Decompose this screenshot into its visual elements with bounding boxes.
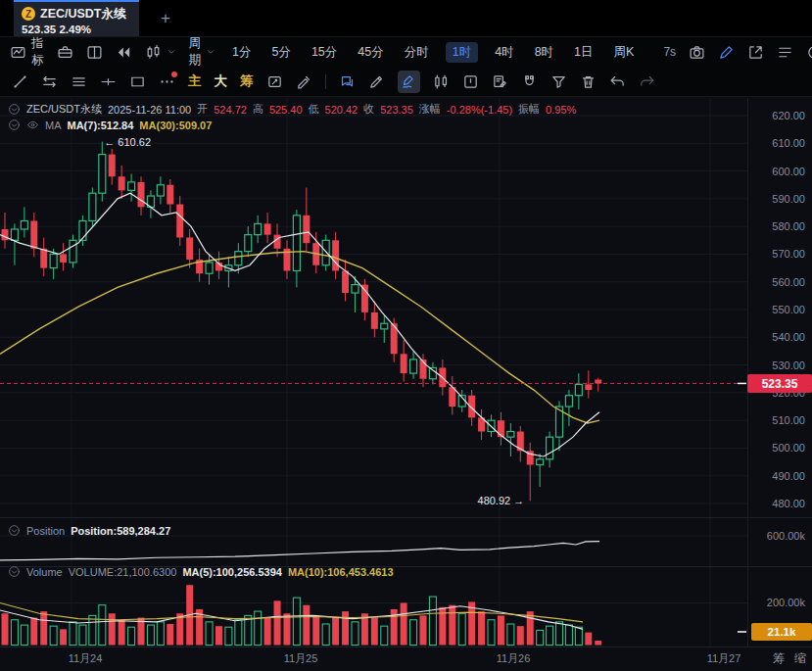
tab-price-change: 523.35 2.49% <box>22 24 131 35</box>
undo-icon[interactable] <box>609 73 626 90</box>
chart-canvas[interactable]: 620.00610.00600.00590.00580.00570.00560.… <box>0 0 812 671</box>
settings-icon[interactable] <box>806 44 812 61</box>
svg-text:610.00: 610.00 <box>772 137 805 149</box>
popout-frame-icon[interactable] <box>747 44 764 61</box>
tab-timeframe-1m[interactable]: 1分 <box>228 42 255 63</box>
volume-ma10-line <box>0 603 583 622</box>
svg-text:600.00k: 600.00k <box>767 530 806 542</box>
tab-bar: Z ZEC/USDT永续 523.35 2.49% + <box>0 0 812 37</box>
position-line <box>0 542 599 560</box>
candle-countdown: 7s <box>663 45 676 59</box>
svg-text:550.00: 550.00 <box>772 304 805 315</box>
tab-price: 523.35 <box>22 24 56 35</box>
candle-tool-icon[interactable] <box>433 73 450 90</box>
collapse-main-icon[interactable] <box>8 103 21 116</box>
collapse-ma-icon[interactable] <box>8 119 21 131</box>
current-volume-tag: 21.1k <box>751 623 812 641</box>
toolbar-separator <box>325 74 326 89</box>
large-view-toggle[interactable]: 大 <box>215 72 228 90</box>
thumbnail-zoom-button[interactable]: 缩 <box>794 650 806 667</box>
freehand-draw-icon[interactable] <box>398 71 420 93</box>
pencil-icon[interactable] <box>368 73 385 90</box>
comment-icon[interactable] <box>339 73 356 90</box>
redo-icon[interactable] <box>639 73 655 90</box>
note-edit-icon[interactable] <box>492 73 508 90</box>
new-tab-button[interactable]: + <box>161 9 170 28</box>
camera-icon[interactable] <box>689 44 705 61</box>
magnet-icon[interactable] <box>521 73 538 90</box>
tab-timeframe-8h[interactable]: 8时 <box>531 42 557 63</box>
tab-timeframe-1w[interactable]: 周K <box>610 42 639 63</box>
volume-bars-layer <box>0 585 601 645</box>
svg-text:580.00: 580.00 <box>772 220 805 232</box>
drawing-toolbar: 主 大 筹 <box>0 67 812 97</box>
svg-text:480.92 →: 480.92 → <box>478 495 525 506</box>
svg-text:530.00: 530.00 <box>772 359 805 371</box>
chip-distribution-toggle[interactable]: 筹 <box>240 72 254 90</box>
parallel-lines-tool-icon[interactable] <box>71 73 87 90</box>
list-icon[interactable] <box>777 44 793 61</box>
main-toolbar: 指标 周期 1分 5分 15分 45分 分时 1时 4时 8时 1日 周K 7s… <box>0 37 812 67</box>
brush-eraser-icon[interactable] <box>296 73 312 90</box>
extended-line-tool-icon[interactable] <box>41 73 58 90</box>
tab-timeframe-1h[interactable]: 1时 <box>446 42 478 63</box>
time-axis: 11月2411月2511月2611月27 <box>69 652 741 664</box>
layout-icon[interactable] <box>86 44 103 61</box>
rectangle-tool-icon[interactable] <box>129 73 146 90</box>
svg-text:480.00: 480.00 <box>772 498 805 509</box>
svg-text:620.00: 620.00 <box>772 110 805 121</box>
svg-text:560.00: 560.00 <box>772 276 805 288</box>
chart-style-icon[interactable] <box>145 44 162 61</box>
notification-dot <box>171 72 177 77</box>
chip-distribution-button[interactable]: 筹 <box>773 650 785 667</box>
tab-timeframe-4h[interactable]: 4时 <box>491 42 517 63</box>
main-chart-toggle[interactable]: 主 <box>188 72 202 90</box>
tab-timeframe-line[interactable]: 分时 <box>401 42 433 63</box>
trend-line-tool-icon[interactable] <box>12 73 28 90</box>
svg-text:590.00: 590.00 <box>772 193 805 205</box>
more-tools-icon[interactable] <box>159 73 175 90</box>
filter-icon[interactable] <box>550 73 567 90</box>
tab-zec-usdt[interactable]: Z ZEC/USDT永续 523.35 2.49% <box>14 0 139 36</box>
tab-timeframe-15m[interactable]: 15分 <box>308 42 341 63</box>
price-axis: 620.00610.00600.00590.00580.00570.00560.… <box>767 110 806 608</box>
svg-text:11月27: 11月27 <box>707 652 741 664</box>
replay-icon[interactable] <box>266 73 283 90</box>
draw-pen-icon[interactable] <box>718 44 735 61</box>
svg-text:570.00: 570.00 <box>772 248 805 260</box>
svg-text:490.00: 490.00 <box>772 470 805 482</box>
candles-layer <box>2 142 602 502</box>
svg-text:500.00: 500.00 <box>772 442 805 454</box>
svg-text:510.00: 510.00 <box>772 414 805 426</box>
svg-text:600.00: 600.00 <box>772 166 805 177</box>
svg-text:11月26: 11月26 <box>497 652 531 664</box>
svg-text:200.00k: 200.00k <box>767 597 806 608</box>
svg-text:540.00: 540.00 <box>772 331 805 343</box>
chart-style-chevron-icon[interactable] <box>167 47 176 57</box>
current-price-tag: 523.35 <box>747 374 812 393</box>
horizontal-line-tool-icon[interactable] <box>100 73 117 90</box>
indicator-label[interactable]: 指标 <box>31 35 44 69</box>
zec-coin-icon: Z <box>22 7 35 21</box>
period-chevron-icon[interactable] <box>206 47 215 57</box>
svg-text:11月24: 11月24 <box>69 652 103 664</box>
collapse-position-icon[interactable] <box>8 524 21 537</box>
tab-timeframe-5m[interactable]: 5分 <box>267 42 294 63</box>
collapse-volume-icon[interactable] <box>8 565 21 578</box>
tab-timeframe-45m[interactable]: 45分 <box>354 42 387 63</box>
bottom-toggles: 筹 缩 <box>773 650 806 667</box>
toolbox-icon[interactable] <box>57 44 73 61</box>
eye-icon[interactable] <box>26 119 39 131</box>
tab-change: 2.49% <box>59 24 91 35</box>
indicator-icon[interactable] <box>10 44 26 61</box>
tab-symbol: ZEC/USDT永续 <box>40 6 126 23</box>
order-box-icon[interactable] <box>462 73 479 90</box>
trash-icon[interactable] <box>580 73 597 90</box>
tab-timeframe-1d[interactable]: 1日 <box>570 42 597 63</box>
svg-text:← 610.62: ← 610.62 <box>104 136 151 148</box>
period-dropdown[interactable]: 周期 <box>189 35 202 69</box>
svg-text:11月25: 11月25 <box>284 652 318 664</box>
rewind-icon[interactable] <box>116 44 132 61</box>
